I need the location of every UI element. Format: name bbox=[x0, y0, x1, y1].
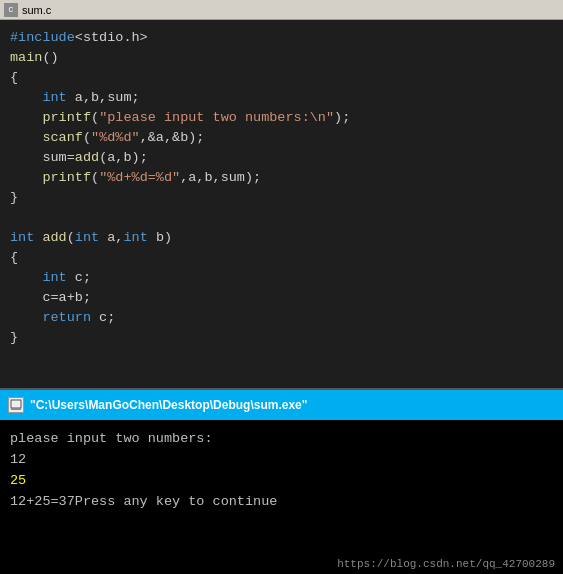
file-icon: c bbox=[4, 3, 18, 17]
console-title-bar: "C:\Users\ManGoChen\Desktop\Debug\sum.ex… bbox=[0, 390, 563, 420]
console-output-1: please input two numbers: bbox=[10, 428, 553, 449]
console-output-4: 12+25=37Press any key to continue bbox=[10, 491, 553, 512]
console-output-3: 25 bbox=[10, 470, 553, 491]
console-window-icon bbox=[8, 397, 24, 413]
console-body: please input two numbers: 12 25 12+25=37… bbox=[0, 420, 563, 574]
code-line-15: return c; bbox=[10, 308, 553, 328]
code-line-12: { bbox=[10, 248, 553, 268]
code-line-2: main() bbox=[10, 48, 553, 68]
code-line-7: sum=add(a,b); bbox=[10, 148, 553, 168]
code-line-10 bbox=[10, 208, 553, 228]
code-line-9: } bbox=[10, 188, 553, 208]
code-line-8: printf("%d+%d=%d",a,b,sum); bbox=[10, 168, 553, 188]
editor-title-text: sum.c bbox=[22, 4, 51, 16]
code-line-6: scanf("%d%d",&a,&b); bbox=[10, 128, 553, 148]
console-url: https://blog.csdn.net/qq_42700289 bbox=[337, 558, 555, 570]
code-line-1: #include<stdio.h> bbox=[10, 28, 553, 48]
code-editor: #include<stdio.h> main() { int a,b,sum; … bbox=[0, 20, 563, 390]
code-line-3: { bbox=[10, 68, 553, 88]
console-title-text: "C:\Users\ManGoChen\Desktop\Debug\sum.ex… bbox=[30, 398, 307, 412]
svg-rect-0 bbox=[11, 400, 21, 408]
editor-title-bar: c sum.c bbox=[0, 0, 563, 20]
code-line-13: int c; bbox=[10, 268, 553, 288]
code-line-16: } bbox=[10, 328, 553, 348]
console-output-2: 12 bbox=[10, 449, 553, 470]
code-line-5: printf("please input two numbers:\n"); bbox=[10, 108, 553, 128]
code-line-11: int add(int a,int b) bbox=[10, 228, 553, 248]
code-line-14: c=a+b; bbox=[10, 288, 553, 308]
code-line-4: int a,b,sum; bbox=[10, 88, 553, 108]
svg-rect-1 bbox=[11, 408, 21, 410]
